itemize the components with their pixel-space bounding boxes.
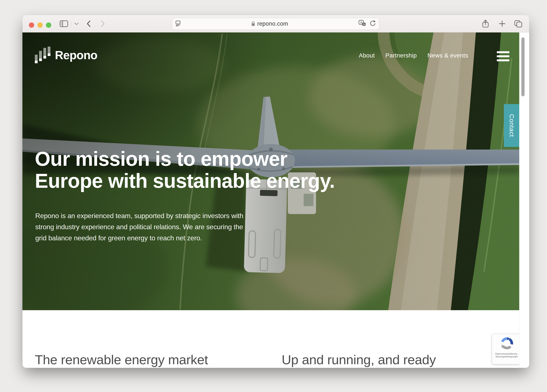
scrollbar-track[interactable] bbox=[519, 33, 529, 368]
tab-overview-button[interactable] bbox=[514, 15, 523, 33]
back-button[interactable] bbox=[87, 15, 91, 33]
recaptcha-icon bbox=[500, 337, 514, 350]
site-header: Repono About Partnership News & events bbox=[22, 33, 519, 67]
forward-button[interactable] bbox=[101, 15, 105, 33]
new-tab-button[interactable] bbox=[499, 15, 506, 33]
toolbar-divider bbox=[71, 21, 71, 27]
share-button[interactable] bbox=[482, 15, 489, 33]
lock-icon bbox=[251, 21, 255, 26]
hero-heading-line1: Our mission is to empower bbox=[35, 148, 335, 170]
svg-text:A: A bbox=[363, 23, 365, 26]
hamburger-menu-icon[interactable] bbox=[497, 51, 509, 63]
main-nav: About Partnership News & events bbox=[359, 52, 468, 59]
recaptcha-privacy-text[interactable]: Datenschutzerklärung - Nutzungsbedingung… bbox=[495, 352, 519, 358]
sidebar-chevron-down-icon[interactable] bbox=[74, 15, 79, 33]
safari-window: repono.com A A bbox=[22, 15, 529, 368]
reader-view-icon[interactable] bbox=[175, 20, 181, 27]
section-heading-ready: Up and running, and ready bbox=[282, 352, 436, 367]
recaptcha-badge[interactable]: Datenschutzerklärung - Nutzungsbedingung… bbox=[492, 334, 522, 364]
svg-text:A: A bbox=[360, 21, 362, 24]
url-display[interactable]: repono.com bbox=[181, 20, 359, 27]
content-section: The renewable energy market Up and runni… bbox=[22, 310, 529, 368]
url-text: repono.com bbox=[257, 20, 288, 27]
hero-heading: Our mission is to empower Europe with su… bbox=[35, 148, 335, 192]
nav-news-events[interactable]: News & events bbox=[427, 52, 468, 59]
contact-tab[interactable]: Contact bbox=[504, 104, 519, 147]
section-heading-market: The renewable energy market bbox=[35, 352, 208, 367]
recaptcha-privacy-line1: Datenschutzerklärung - bbox=[495, 352, 519, 355]
zoom-window-button[interactable] bbox=[46, 22, 51, 28]
logo-text: Repono bbox=[55, 48, 97, 62]
hero-heading-line2: Europe with sustainable energy. bbox=[35, 170, 335, 192]
nav-about[interactable]: About bbox=[359, 52, 375, 59]
minimize-window-button[interactable] bbox=[37, 22, 43, 28]
hero-paragraph-line3: grid balance needed for green energy to … bbox=[35, 232, 243, 243]
close-window-button[interactable] bbox=[29, 22, 34, 28]
scrollbar-thumb[interactable] bbox=[521, 37, 525, 96]
hero-paragraph-line2: strong industry experience and political… bbox=[35, 221, 243, 232]
reload-button[interactable] bbox=[370, 20, 376, 27]
repono-logo-icon bbox=[35, 47, 52, 64]
translate-icon[interactable]: A A bbox=[359, 20, 366, 27]
recaptcha-terms-line2: Nutzungsbedingungen bbox=[495, 355, 519, 358]
address-bar[interactable]: repono.com A A bbox=[172, 18, 379, 30]
traffic-lights bbox=[29, 22, 51, 28]
page-viewport: Repono About Partnership News & events O… bbox=[22, 33, 529, 368]
logo[interactable]: Repono bbox=[35, 47, 97, 64]
hero-paragraph: Repono is an experienced team, supported… bbox=[35, 210, 243, 243]
sidebar-toggle-button[interactable] bbox=[60, 15, 68, 33]
hero-section: Repono About Partnership News & events O… bbox=[22, 33, 519, 310]
contact-tab-label: Contact bbox=[508, 114, 515, 137]
nav-partnership[interactable]: Partnership bbox=[385, 52, 417, 59]
browser-toolbar: repono.com A A bbox=[22, 15, 529, 33]
hero-paragraph-line1: Repono is an experienced team, supported… bbox=[35, 210, 243, 221]
